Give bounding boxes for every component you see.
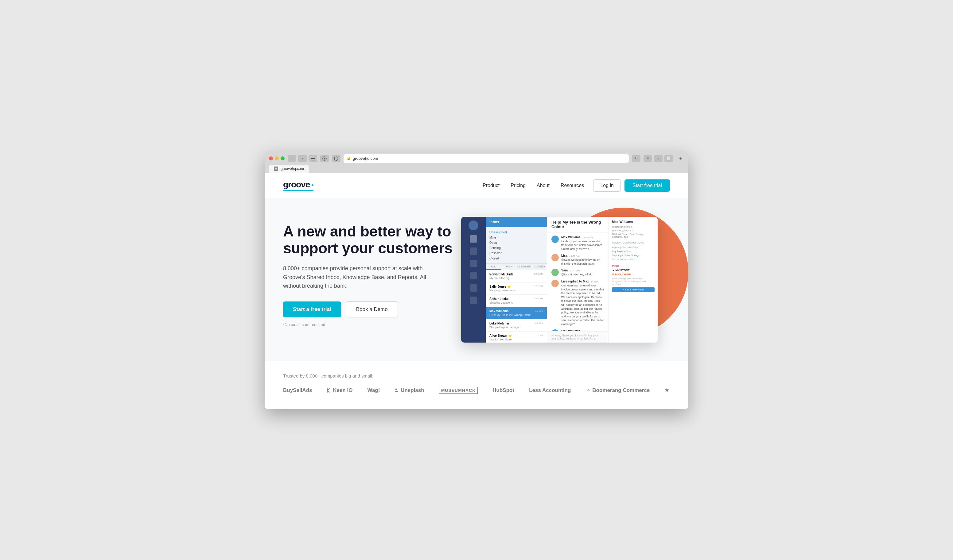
inbox-item-6[interactable]: 1 HR Alice Brown ⭐ Tropical Tee Store [486, 331, 547, 343]
logo-less-accounting: Less Accounting [529, 387, 571, 393]
tab-bar: g groovehq.com [265, 163, 688, 173]
active-tab[interactable]: g groovehq.com [269, 165, 309, 173]
logos-row: BuySellAds Keen IO Wag! Unsplash MUSEUMH… [283, 387, 670, 394]
nav-resources[interactable]: Resources [560, 183, 584, 188]
trusted-title: Trusted by 8,000+ companies big and smal… [283, 373, 670, 379]
svg-rect-5 [396, 388, 397, 390]
hero-section: A new and better way to support your cus… [265, 198, 688, 361]
integration-desc: Supercharge your inbox with integrations… [612, 277, 655, 286]
start-free-trial-button[interactable]: Start a free trial [283, 302, 341, 317]
browser-nav-controls: ‹ › [288, 155, 317, 162]
category-mine[interactable]: Mine [486, 235, 547, 240]
email-compose[interactable]: Hi Max, Thank you for confirming your av… [547, 331, 608, 343]
email-subject: Help! My Tee is the Wrong Colour [547, 217, 608, 232]
nav-links: Product Pricing About Resources [483, 183, 584, 188]
tab-all[interactable]: ALL [486, 264, 501, 270]
logo-unsplash: Unsplash [394, 387, 424, 393]
customer-panel: Max Williams integration@info.io @author… [608, 217, 658, 343]
customer-name: Max Williams [612, 220, 655, 224]
nav-about[interactable]: About [537, 183, 549, 188]
logo-underline [283, 190, 314, 191]
stripe-logo: stripe [612, 265, 655, 268]
add-integration-button[interactable]: + Add a Integration [612, 287, 655, 292]
tab-title: groovehq.com [281, 167, 304, 171]
app-sidebar [461, 217, 486, 343]
trusted-section: Trusted by 8,000+ companies big and smal… [265, 361, 688, 409]
maximize-button[interactable] [281, 156, 285, 160]
book-demo-button[interactable]: Book a Demo [346, 302, 398, 317]
logo-keenio: Keen IO [327, 387, 352, 393]
hero-subtitle: 8,000+ companies provide personal suppor… [283, 264, 430, 291]
logo-extra: ★ [664, 387, 669, 393]
inbox-item-4[interactable]: 10 MIN Max Williams Help! My Tee is the … [486, 307, 547, 319]
sidebar-toggle[interactable] [309, 155, 317, 162]
recent-conv-1[interactable]: Help! My Tee is the Wron... [612, 246, 655, 249]
category-unassigned[interactable]: Unassigned [486, 230, 547, 235]
sidebar-icon-2[interactable] [470, 248, 477, 255]
hero-buttons: Start a free trial Book a Demo [283, 302, 455, 317]
sidebar-icon-3[interactable] [470, 260, 477, 267]
browser-chrome: ‹ › ✦ 🔒 groovehq.com ↻ ⬇ ↑ ⬜ + [265, 151, 688, 163]
inbox-item-2[interactable]: 3:07 PM Sally Jones ⭐ Washing instructio… [486, 282, 547, 295]
sidebar-icon-6[interactable] [470, 297, 477, 304]
inbox-item-3[interactable]: 5:48 AM Arthur Locke Shipping Locations [486, 295, 547, 307]
new-tab-button[interactable]: + [677, 155, 684, 162]
minimize-button[interactable] [275, 156, 279, 160]
login-button[interactable]: Log in [593, 179, 621, 192]
mystore-logo: ▲ MY STORE [612, 269, 655, 272]
sidebar-icon-5[interactable] [470, 284, 477, 292]
svg-text:✦: ✦ [323, 157, 326, 160]
forward-button[interactable]: › [298, 155, 307, 162]
inbox-item-5[interactable]: 45 MIN Luke Fletcher The package is dama… [486, 319, 547, 331]
nav-product[interactable]: Product [483, 183, 500, 188]
email-message-2: Lisa 10:45 AM @Sam We need to follow-up … [551, 254, 604, 266]
svg-rect-2 [311, 160, 315, 160]
nav-pricing[interactable]: Pricing [511, 183, 526, 188]
hero-content: A new and better way to support your cus… [283, 214, 455, 327]
customer-twitter: @author_guy_max [612, 229, 655, 232]
category-pending[interactable]: Pending [486, 245, 547, 251]
download-icon[interactable]: ⬇ [644, 155, 652, 162]
see-all-link[interactable]: See all conversations [612, 258, 655, 261]
email-avatar-max [551, 235, 559, 243]
browser-right-icons: ⬇ ↑ ⬜ [644, 155, 673, 162]
site-nav: groove Product Pricing About Resources L… [265, 173, 688, 198]
recent-conv-3[interactable]: Shipping to Palm Springs... [612, 254, 655, 257]
tab-open[interactable]: OPEN [501, 264, 517, 270]
mailchimp-logo: ✉ MAILCHIMP [612, 273, 655, 276]
address-bar[interactable]: 🔒 groovehq.com [343, 154, 629, 163]
tab-assigned[interactable]: ASSIGNED [517, 264, 532, 270]
logo[interactable]: groove [283, 180, 314, 191]
logo-hubspot: HubSpot [492, 387, 514, 393]
refresh-button[interactable]: ↻ [632, 155, 641, 162]
email-avatar-lisa2 [551, 280, 559, 287]
back-button[interactable]: ‹ [288, 155, 296, 162]
category-resolved[interactable]: Resolved [486, 251, 547, 256]
sidebar-icon-4[interactable] [470, 272, 477, 279]
email-avatar-lisa [551, 254, 559, 261]
url-text: groovehq.com [353, 156, 378, 161]
browser-window: ‹ › ✦ 🔒 groovehq.com ↻ ⬇ ↑ ⬜ + g grooveh… [265, 151, 688, 409]
hero-illustration: Inbox Unassigned Mine Open Pending Resol… [455, 214, 670, 349]
sidebar-inbox-icon[interactable] [470, 235, 477, 243]
inbox-list-header: Inbox [486, 217, 547, 227]
website-content: groove Product Pricing About Resources L… [265, 173, 688, 409]
no-credit-note: *No credit card required [283, 322, 455, 327]
recent-conv-2[interactable]: Hey Tropical Tees [612, 250, 655, 253]
email-avatar-sam [551, 269, 559, 276]
start-trial-nav-button[interactable]: Start free trial [624, 179, 670, 192]
tab-favicon: g [274, 167, 278, 171]
bookmarks-icon[interactable]: ⬜ [664, 155, 673, 162]
logo-dot [312, 184, 314, 186]
hero-title: A new and better way to support your cus… [283, 223, 455, 257]
email-message-1: Max Williams 11:10 AM Hi Max, I just rec… [551, 235, 604, 251]
category-closed[interactable]: Closed [486, 256, 547, 261]
extensions-icon[interactable]: ✦ [320, 155, 329, 162]
tab-closed[interactable]: CLOSED [531, 264, 547, 270]
logo-buysellads: BuySellAds [283, 387, 312, 393]
inbox-item-1[interactable]: 8:05 AM Edward McBride My tee is too big [486, 270, 547, 282]
close-button[interactable] [269, 156, 273, 160]
browser-shield-icon [332, 155, 340, 162]
share-icon[interactable]: ↑ [654, 155, 663, 162]
category-open[interactable]: Open [486, 240, 547, 245]
